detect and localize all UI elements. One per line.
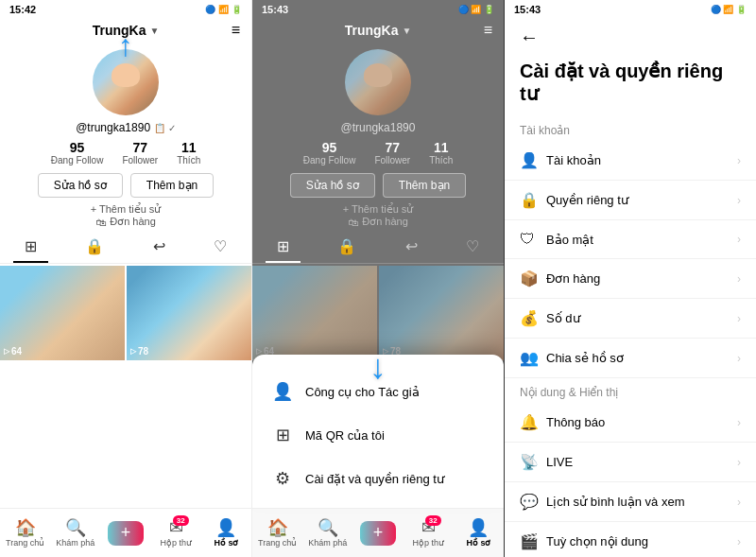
video-thumb-1[interactable]: ▷ 64 <box>0 266 125 360</box>
tab-heart-1[interactable]: ♡ <box>202 232 238 263</box>
settings-item-content-preferences[interactable]: 🎬 Tuỳ chọn nội dung › <box>505 522 756 557</box>
arrow-icon-account: › <box>737 154 741 167</box>
live-icon: 📡 <box>520 453 546 471</box>
settings-item-share-profile[interactable]: 👥 Chia sẻ hồ sơ › <box>505 339 756 378</box>
panel-profile-normal: 15:42 🔵📶🔋 TrungKa ▼ ≡ @trungka1890 📋 ✓ 9… <box>0 0 252 557</box>
buttons-row-1: Sửa hồ sơ Thêm bạn <box>0 173 251 198</box>
video-grid-2: ▷ 64 ▷ 78 <box>252 266 504 360</box>
avatar-section-2 <box>252 42 504 121</box>
add-friend-btn-1[interactable]: Thêm bạn <box>130 173 214 198</box>
tab-heart-2[interactable]: ♡ <box>455 232 490 263</box>
arrow-icon-comment-history: › <box>737 496 741 509</box>
stats-row-1: 95 Đang Follow 77 Follower 11 Thích <box>0 140 251 165</box>
nav-create-2[interactable]: + <box>352 521 403 546</box>
nav-home-1[interactable]: 🏠 Trang chủ <box>0 519 50 548</box>
settings-item-account[interactable]: 👤 Tài khoản › <box>505 141 756 181</box>
tab-repost-1[interactable]: ↩ <box>142 232 177 263</box>
inbox-badge-1: ✉ 32 <box>169 519 183 536</box>
profile-icon-1: 👤 <box>215 519 236 536</box>
settings-item-balance[interactable]: 💰 Số dư › <box>505 299 756 339</box>
settings-title: Cài đặt và quyền riêng tư <box>505 56 756 116</box>
section-label-account: Tài khoản <box>505 116 756 141</box>
arrow-icon-share-profile: › <box>737 352 741 365</box>
nav-profile-2[interactable]: 👤 Hồ sơ <box>454 519 504 548</box>
panel-settings: 15:43 🔵 📶 🔋 ← Cài đặt và quyền riêng tư … <box>505 0 756 557</box>
arrow-icon-notifications: › <box>737 416 741 429</box>
video-thumb-2[interactable]: ▷ 78 <box>127 266 251 360</box>
nav-inbox-2[interactable]: ✉ 32 Hộp thư <box>404 519 454 548</box>
edit-profile-btn-1[interactable]: Sửa hồ sơ <box>38 173 123 198</box>
status-bar-2: 15:43 🔵 📶 🔋 <box>252 0 504 19</box>
balance-icon: 💰 <box>520 309 546 327</box>
tab-grid-1[interactable]: ⊞ <box>13 232 48 263</box>
nav-inbox-1[interactable]: ✉ 32 Hộp thư <box>151 519 201 548</box>
plus-icon-1[interactable]: + <box>108 521 144 546</box>
handle-icons-1: 📋 ✓ <box>154 123 176 133</box>
stat-likes-1[interactable]: 11 Thích <box>177 140 200 165</box>
search-icon-2: 🔍 <box>318 519 338 536</box>
add-friend-btn-2[interactable]: Thêm bạn <box>383 173 466 198</box>
nav-explore-2[interactable]: 🔍 Khám phá <box>302 519 352 548</box>
plus-icon-2[interactable]: + <box>360 521 396 546</box>
nav-create-1[interactable]: + <box>100 521 150 546</box>
stat-followers-1[interactable]: 77 Follower <box>122 140 158 165</box>
arrow-icon-orders: › <box>737 272 741 286</box>
hamburger-menu-1[interactable]: ≡ <box>232 22 240 39</box>
arrow-down-indicator: ↓ <box>369 347 387 387</box>
menu-item-settings[interactable]: ⚙ Cài đặt và quyền riêng tư <box>252 457 504 500</box>
settings-item-live[interactable]: 📡 LIVE › <box>505 443 756 482</box>
nav-profile-1[interactable]: 👤 Hồ sơ <box>201 519 251 548</box>
stat-followers-2[interactable]: 77 Follower <box>374 140 410 165</box>
time-3: 15:43 <box>514 4 541 15</box>
bottom-nav-2: 🏠 Trang chủ 🔍 Khám phá + ✉ 32 Hộp thư 👤 … <box>252 508 504 557</box>
username-display-2[interactable]: TrungKa ▼ <box>345 23 412 38</box>
settings-item-orders[interactable]: 📦 Đơn hàng › <box>505 259 756 299</box>
tab-lock-1[interactable]: 🔒 <box>74 232 115 263</box>
hamburger-menu-2[interactable]: ≡ <box>484 22 492 39</box>
tabs-row-1: ⊞ 🔒 ↩ ♡ <box>0 232 251 264</box>
share-profile-icon: 👥 <box>520 349 546 367</box>
arrow-icon-balance: › <box>737 312 741 325</box>
nav-explore-1[interactable]: 🔍 Khám phá <box>50 519 100 548</box>
time-1: 15:42 <box>9 4 36 15</box>
status-icons-3: 🔵 📶 🔋 <box>711 5 747 14</box>
notifications-icon: 🔔 <box>520 413 546 431</box>
handle-row-1: @trungka1890 📋 ✓ <box>0 121 251 134</box>
video-grid-1: ▷ 64 ▷ 78 <box>0 266 251 360</box>
stats-row-2: 95 Đang Follow 77 Follower 11 Thích <box>252 140 504 165</box>
arrow-icon-privacy: › <box>737 194 741 207</box>
stat-following-2[interactable]: 95 Đang Follow <box>303 140 356 165</box>
orders-icon: 📦 <box>520 270 546 287</box>
home-icon-2: 🏠 <box>267 519 288 536</box>
avatar-2[interactable] <box>345 49 411 115</box>
nav-home-2[interactable]: 🏠 Trang chủ <box>252 519 302 548</box>
chevron-icon-2: ▼ <box>402 26 411 36</box>
security-icon: 🛡 <box>520 231 546 248</box>
menu-item-qr[interactable]: ⊞ Mã QR của tôi <box>252 413 504 457</box>
stat-likes-2[interactable]: 11 Thích <box>429 140 453 165</box>
tab-lock-2[interactable]: 🔒 <box>326 232 368 263</box>
status-icons-1: 🔵📶🔋 <box>205 5 242 14</box>
tab-repost-2[interactable]: ↩ <box>394 232 429 263</box>
account-icon: 👤 <box>520 151 546 169</box>
home-icon-1: 🏠 <box>15 519 36 536</box>
creator-tools-icon: 👤 <box>271 381 294 402</box>
inbox-badge-2: ✉ 32 <box>421 519 436 536</box>
settings-item-security[interactable]: 🛡 Bảo mật › <box>505 220 756 259</box>
tab-grid-2[interactable]: ⊞ <box>266 232 301 263</box>
comment-history-icon: 💬 <box>520 493 546 511</box>
status-icons-2: 🔵 📶 🔋 <box>458 5 494 14</box>
status-bar-3: 15:43 🔵 📶 🔋 <box>505 0 756 19</box>
profile-links-1: + Thêm tiểu sử 🛍Đơn hàng <box>0 203 251 228</box>
settings-item-notifications[interactable]: 🔔 Thông báo › <box>505 403 756 443</box>
settings-item-comment-history[interactable]: 💬 Lịch sử bình luận và xem › <box>505 482 756 522</box>
stat-following-1[interactable]: 95 Đang Follow <box>51 140 104 165</box>
back-button[interactable]: ← <box>505 19 756 56</box>
settings-item-privacy[interactable]: 🔒 Quyền riêng tư › <box>505 181 756 220</box>
edit-profile-btn-2[interactable]: Sửa hồ sơ <box>290 173 375 198</box>
content-prefs-icon: 🎬 <box>520 532 546 550</box>
arrow-icon-content-prefs: › <box>737 535 741 548</box>
tabs-row-2: ⊞ 🔒 ↩ ♡ <box>252 232 504 264</box>
arrow-icon-live: › <box>737 456 741 469</box>
profile-header-2: TrungKa ▼ ≡ <box>252 19 504 42</box>
